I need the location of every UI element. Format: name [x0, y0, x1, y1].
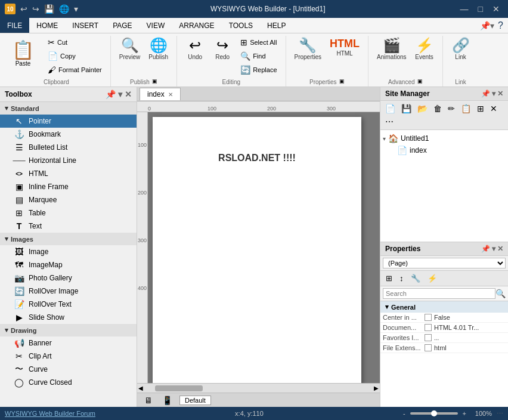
tree-expand-icon[interactable]: ▾: [383, 135, 386, 142]
properties-close-btn[interactable]: ✕: [497, 245, 503, 253]
redo-quick-btn[interactable]: ↪: [31, 3, 41, 15]
zoom-out-btn[interactable]: -: [403, 410, 405, 417]
canvas-tab-close-btn[interactable]: ✕: [168, 91, 173, 98]
copy-button[interactable]: 📄 Copy: [44, 50, 106, 63]
help-icon[interactable]: ?: [498, 20, 503, 31]
prop-checkbox-document[interactable]: [425, 324, 432, 331]
toolbox-item-inline-frame[interactable]: ▣ Inline Frame: [0, 180, 137, 193]
toolbox-item-table[interactable]: ⊞ Table: [0, 206, 137, 220]
web-quick-btn[interactable]: 🌐: [58, 3, 70, 15]
scroll-left-btn[interactable]: ◀: [138, 385, 143, 391]
toolbox-pin-btn[interactable]: 📌: [106, 89, 116, 99]
toolbox-item-horizontal-line[interactable]: ─── Horizontal Line: [0, 154, 137, 167]
properties-pin-btn[interactable]: 📌: [481, 245, 490, 253]
preview-button[interactable]: 🔍 Preview: [116, 36, 144, 63]
find-button[interactable]: 🔍 Find: [237, 50, 280, 63]
menu-home[interactable]: HOME: [29, 18, 65, 33]
toolbox-item-curve[interactable]: 〜 Curve: [0, 363, 137, 376]
toolbox-menu-btn[interactable]: ▾: [118, 89, 122, 99]
menu-insert[interactable]: INSERT: [65, 18, 106, 33]
prop-checkbox-favorites[interactable]: [425, 334, 432, 341]
link-button[interactable]: 🔗 Link: [448, 36, 474, 63]
toolbox-item-clip-art[interactable]: ✂ Clip Art: [0, 350, 137, 363]
scroll-thumb-h[interactable]: [155, 385, 203, 391]
canvas-mode-icon1[interactable]: 🖥: [142, 394, 155, 406]
status-forum-link[interactable]: WYSIWYG Web Builder Forum: [5, 410, 95, 417]
zoom-thumb[interactable]: [431, 410, 437, 416]
toolbox-item-photo-gallery[interactable]: 📷 Photo Gallery: [0, 271, 137, 285]
toolbox-item-banner[interactable]: 📢 Banner: [0, 336, 137, 350]
canvas-tab-index[interactable]: index ✕: [140, 88, 181, 100]
zoom-in-btn[interactable]: +: [463, 410, 466, 417]
advanced-expand-icon[interactable]: ▣: [417, 78, 423, 84]
toolbox-item-image[interactable]: 🖼 Image: [0, 245, 137, 258]
ribbon-toggle-btn[interactable]: 📌▾: [480, 21, 494, 30]
replace-button[interactable]: 🔄 Replace: [237, 63, 280, 76]
redo-button[interactable]: ↪ Redo: [209, 36, 236, 63]
canvas-mode-label[interactable]: Default: [179, 396, 211, 405]
canvas-viewport[interactable]: RSLOAD.NET !!!!: [148, 112, 380, 383]
toolbox-item-marquee[interactable]: ▤ Marquee: [0, 193, 137, 206]
publish-expand-icon[interactable]: ▣: [152, 78, 157, 84]
undo-quick-btn[interactable]: ↩: [19, 3, 29, 15]
toolbox-item-rollover-image[interactable]: 🔄 RollOver Image: [0, 285, 137, 298]
prop-checkbox-center[interactable]: [425, 314, 432, 321]
site-manager-close-btn[interactable]: ✕: [497, 89, 503, 98]
category-images[interactable]: ▾ Images: [0, 233, 137, 245]
category-drawing[interactable]: ▾ Drawing: [0, 324, 137, 336]
category-standard[interactable]: ▾ Standard: [0, 102, 137, 115]
select-all-button[interactable]: ⊞ Select All: [237, 36, 280, 49]
more-quick-btn[interactable]: ▾: [73, 3, 79, 15]
menu-page[interactable]: PAGE: [106, 18, 139, 33]
menu-file[interactable]: FILE: [0, 18, 29, 33]
prop-value-favorites[interactable]: ...: [434, 335, 439, 341]
canvas-mode-icon2[interactable]: 📱: [160, 394, 175, 406]
toolbox-item-bookmark[interactable]: ⚓ Bookmark: [0, 128, 137, 141]
site-more-btn[interactable]: ⋯: [383, 116, 396, 128]
tree-child-index[interactable]: 📄 index: [383, 144, 506, 156]
toolbox-item-slideshow[interactable]: ▶ Slide Show: [0, 311, 137, 324]
menu-help[interactable]: HELP: [260, 18, 293, 33]
prop-sort-btn[interactable]: ↕: [397, 273, 407, 284]
site-edit-btn[interactable]: ✏: [445, 103, 457, 115]
toolbox-item-pointer[interactable]: ↖ Pointer: [0, 115, 137, 128]
animations-button[interactable]: 🎬 Animations: [373, 36, 410, 63]
site-delete-btn[interactable]: 🗑: [431, 103, 444, 115]
html-button[interactable]: HTML HTML: [326, 36, 363, 59]
site-save-btn[interactable]: 💾: [399, 103, 414, 115]
prop-events-btn[interactable]: ⚡: [425, 273, 440, 284]
site-new-btn[interactable]: 📄: [383, 103, 398, 115]
events-button[interactable]: ⚡ Events: [411, 36, 438, 63]
toolbox-item-curve-closed[interactable]: ◯ Curve Closed: [0, 376, 137, 389]
menu-tools[interactable]: TOOLS: [222, 18, 260, 33]
canvas-scrollbar-h[interactable]: ◀ ▶: [137, 383, 380, 393]
menu-view[interactable]: VIEW: [140, 18, 172, 33]
toolbox-item-html[interactable]: <> HTML: [0, 167, 137, 180]
undo-button[interactable]: ↩ Undo: [182, 36, 208, 63]
properties-search-icon[interactable]: 🔍: [495, 289, 506, 298]
toolbox-item-bulleted-list[interactable]: ☰ Bulleted List: [0, 141, 137, 154]
save-quick-btn[interactable]: 💾: [43, 3, 55, 15]
properties-expand-icon[interactable]: ▣: [339, 78, 345, 84]
site-grid-btn[interactable]: ⊞: [475, 103, 487, 115]
toolbox-item-imagemap[interactable]: 🗺 ImageMap: [0, 258, 137, 271]
scroll-right-btn[interactable]: ▶: [374, 385, 379, 391]
format-painter-button[interactable]: 🖌 Format Painter: [44, 63, 106, 76]
zoom-slider[interactable]: [410, 412, 458, 415]
paste-button[interactable]: 📋 Paste: [7, 36, 39, 70]
site-manager-pin-btn[interactable]: 📌: [481, 89, 490, 98]
cut-button[interactable]: ✂ Cut: [44, 36, 106, 49]
prop-settings-btn[interactable]: 🔧: [408, 273, 423, 284]
prop-checkbox-extension[interactable]: [425, 344, 432, 351]
close-btn[interactable]: ✕: [489, 3, 503, 15]
toolbox-close-btn[interactable]: ✕: [125, 89, 132, 99]
site-copy-btn[interactable]: 📋: [459, 103, 473, 115]
properties-search-input[interactable]: [383, 288, 495, 299]
publish-button[interactable]: 🌐 Publish: [145, 36, 172, 63]
toolbox-item-rollover-text[interactable]: 📝 RollOver Text: [0, 298, 137, 311]
site-manager-menu-btn[interactable]: ▾: [492, 89, 495, 98]
properties-button[interactable]: 🔧 Properties: [291, 36, 326, 63]
minimize-btn[interactable]: —: [457, 3, 472, 15]
site-open-btn[interactable]: 📂: [415, 103, 430, 115]
menu-arrange[interactable]: ARRANGE: [172, 18, 221, 33]
